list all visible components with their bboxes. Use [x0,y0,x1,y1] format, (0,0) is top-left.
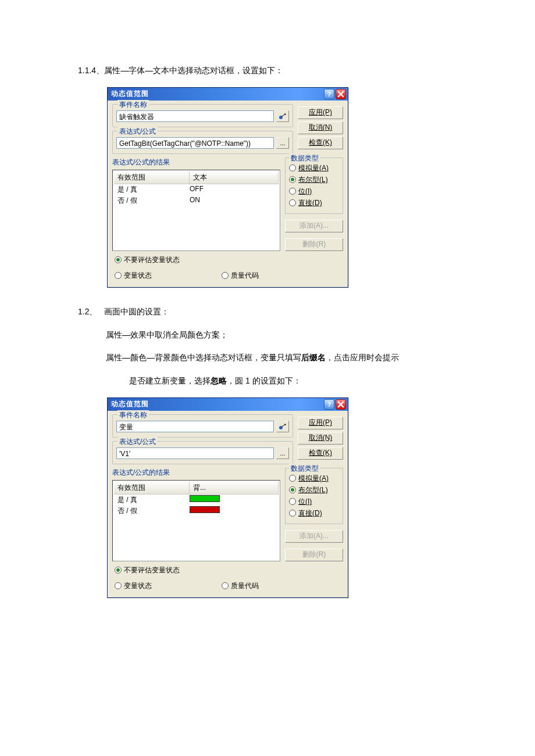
list-row[interactable]: 否 / 假 ON [114,195,279,206]
dialog-dynamic-range: 动态值范围 ? 事件名称 变量 [107,397,348,598]
trigger-icon [279,423,287,430]
cell-value: OFF [190,185,279,195]
result-listbox[interactable]: 有效范围 背... 是 / 真 否 / 假 [112,480,280,561]
event-trigger-icon-button[interactable] [276,110,289,122]
col-bg[interactable]: 背... [190,482,279,494]
event-name-group: 事件名称 缺省触发器 [112,104,293,127]
close-icon [337,401,344,408]
expression-label: 表达式/公式 [117,127,158,137]
color-swatch-red [190,506,220,513]
result-label: 表达式/公式的结果 [112,157,280,167]
titlebar: 动态值范围 ? [108,88,348,101]
cell-color [190,506,279,516]
paragraph-1: 1.1.4、属性—字体—文本中选择动态对话框，设置如下： [78,64,465,78]
expression-group: 表达式/公式 GetTagBit(GetTagChar("@NOTP::Name… [112,131,293,154]
cell-range: 是 / 真 [114,185,190,195]
apply-button[interactable]: 应用(P) [298,417,343,429]
event-name-group: 事件名称 变量 [112,414,293,438]
radio-bool[interactable]: 布尔型(L) [289,485,339,495]
cell-range: 否 / 假 [114,506,190,516]
radio-direct[interactable]: 直接(D) [289,508,339,518]
cell-range: 否 / 假 [114,196,190,206]
titlebar: 动态值范围 ? [108,398,348,411]
cell-value: ON [190,196,279,206]
dialog-1-container: 动态值范围 ? 事件名称 缺省触发器 [107,87,465,288]
apply-button[interactable]: 应用(P) [298,106,343,119]
expression-browse-button[interactable]: ... [276,137,289,149]
cell-color [190,495,279,505]
add-button: 添加(A)... [285,220,343,232]
event-name-label: 事件名称 [117,410,149,420]
radio-noeval[interactable]: 不要评估变量状态 [115,565,180,575]
event-trigger-icon-button[interactable] [276,421,289,432]
expression-group: 表达式/公式 'V1' ... [112,441,293,464]
check-button[interactable]: 检查(K) [298,137,343,149]
radio-analog[interactable]: 模拟量(A) [289,474,339,483]
radio-direct[interactable]: 直接(D) [289,198,339,208]
paragraph-2: 1.2、 画面中圆的设置： [78,305,465,319]
datatype-label: 数据类型 [289,464,320,474]
radio-analog[interactable]: 模拟量(A) [289,163,339,173]
radio-bit[interactable]: 位(I) [289,497,339,507]
dialog-title: 动态值范围 [111,399,323,409]
datatype-group: 数据类型 模拟量(A) 布尔型(L) 位(I) 直接(D) [285,468,343,524]
dialog-title: 动态值范围 [111,89,323,99]
list-row[interactable]: 否 / 假 [114,506,279,517]
paragraph-4: 属性—颜色—背景颜色中选择动态对话框，变量只填写后缀名，点击应用时会提示 [78,351,465,365]
check-button[interactable]: 检查(K) [298,447,343,460]
expression-browse-button[interactable]: ... [276,447,289,459]
trigger-icon [279,113,287,120]
remove-button: 删除(R) [285,238,343,251]
eval-radio-group: 不要评估变量状态 [112,251,343,269]
dialog-dynamic-range: 动态值范围 ? 事件名称 缺省触发器 [107,87,348,288]
cancel-button[interactable]: 取消(N) [298,432,343,445]
col-range[interactable]: 有效范围 [114,171,190,184]
event-name-label: 事件名称 [117,100,149,110]
radio-varstate[interactable]: 变量状态 [115,271,152,281]
close-icon [337,91,344,98]
cell-range: 是 / 真 [114,495,190,505]
event-name-input[interactable]: 变量 [116,421,274,432]
datatype-group: 数据类型 模拟量(A) 布尔型(L) 位(I) 直接(D) [285,157,343,214]
help-button[interactable]: ? [324,89,334,99]
help-button[interactable]: ? [324,399,334,410]
radio-bool[interactable]: 布尔型(L) [289,175,339,185]
color-swatch-green [190,495,220,502]
paragraph-5: 是否建立新变量，选择忽略，圆 1 的设置如下： [78,374,465,388]
list-row[interactable]: 是 / 真 [114,495,279,506]
radio-quality[interactable]: 质量代码 [222,581,259,591]
cancel-button[interactable]: 取消(N) [298,121,343,134]
dialog-2-container: 动态值范围 ? 事件名称 变量 [107,397,465,598]
radio-bit[interactable]: 位(I) [289,187,339,196]
col-range[interactable]: 有效范围 [114,482,190,494]
list-header: 有效范围 背... [114,482,279,495]
result-label: 表达式/公式的结果 [112,468,280,478]
list-header: 有效范围 文本 [114,171,279,184]
result-listbox[interactable]: 有效范围 文本 是 / 真 OFF 否 / 假 ON [112,170,280,251]
eval-radio-group: 不要评估变量状态 [112,561,343,579]
close-button[interactable] [336,89,346,99]
paragraph-3: 属性—效果中取消全局颜色方案； [78,328,465,342]
add-button: 添加(A)... [285,530,343,543]
datatype-label: 数据类型 [289,153,320,163]
expression-input[interactable]: 'V1' [116,447,274,459]
radio-quality[interactable]: 质量代码 [222,271,259,281]
radio-noeval[interactable]: 不要评估变量状态 [115,255,180,265]
event-name-input[interactable]: 缺省触发器 [116,110,274,122]
expression-input[interactable]: GetTagBit(GetTagChar("@NOTP::Name")) [116,137,274,149]
list-row[interactable]: 是 / 真 OFF [114,184,279,195]
col-text[interactable]: 文本 [190,171,279,184]
expression-label: 表达式/公式 [117,437,158,447]
remove-button: 删除(R) [285,549,343,561]
close-button[interactable] [336,399,346,410]
radio-varstate[interactable]: 变量状态 [115,581,152,591]
